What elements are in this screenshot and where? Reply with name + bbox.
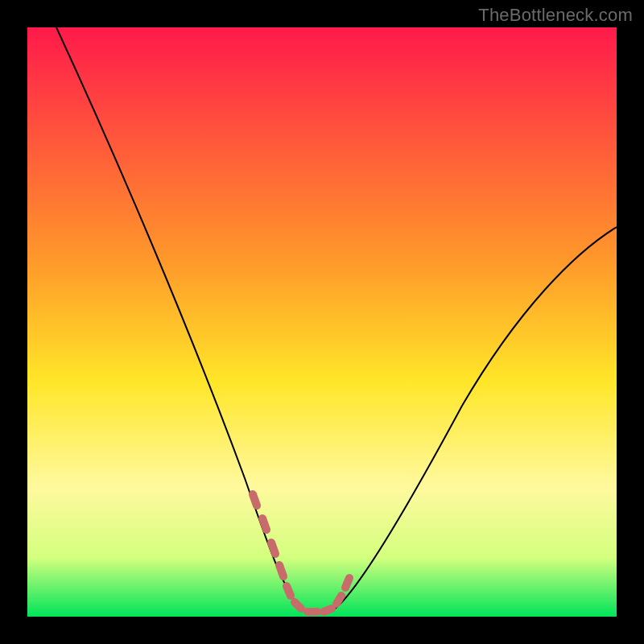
svg-line-0 [253,494,257,506]
chart-svg [27,27,617,617]
svg-line-1 [262,518,266,530]
plot-area [27,27,617,617]
svg-line-2 [271,543,275,554]
svg-line-4 [287,586,291,596]
watermark-text: TheBottleneck.com [478,5,633,26]
svg-line-3 [279,565,283,576]
svg-line-9 [345,578,349,588]
chart-frame: TheBottleneck.com [0,0,644,644]
svg-line-8 [336,596,341,604]
svg-line-7 [324,609,332,612]
gradient-background [27,27,617,617]
svg-line-5 [295,602,301,609]
